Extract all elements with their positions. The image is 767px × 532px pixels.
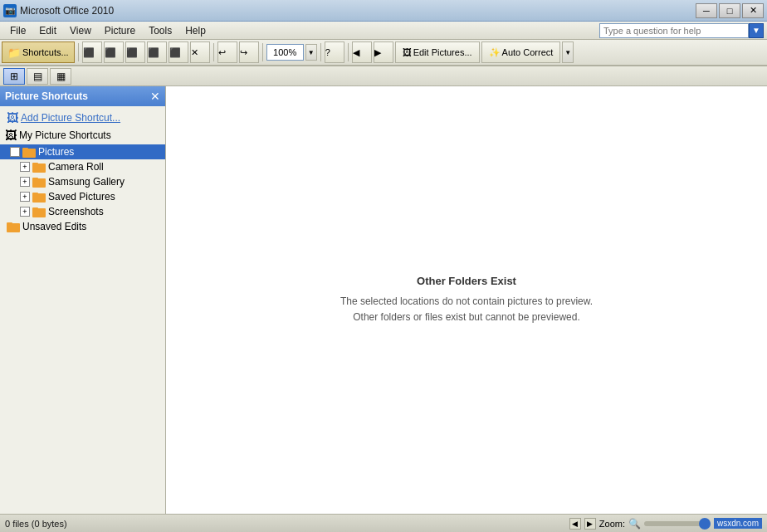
add-icon: 🖼 xyxy=(7,111,18,124)
tree-label-unsaved-edits: Unsaved Edits xyxy=(22,221,86,232)
help-arrow[interactable]: ▼ xyxy=(749,23,764,38)
shortcuts-button[interactable]: 📁 Shortcuts... xyxy=(2,41,75,63)
toolbar-separator-3 xyxy=(262,43,263,61)
menu-edit[interactable]: Edit xyxy=(32,23,63,38)
tree-label-pictures: Pictures xyxy=(38,146,74,158)
title-bar-left: 📷 Microsoft Office 2010 xyxy=(3,4,114,17)
view-filmstrip-button[interactable]: ▤ xyxy=(27,68,48,85)
edit-pictures-icon: 🖼 xyxy=(403,47,412,57)
other-folders-line1: The selected locations do not contain pi… xyxy=(340,295,593,307)
tree-item-pictures[interactable]: − Pictures xyxy=(0,144,165,159)
tree-item-camera-roll[interactable]: + Camera Roll xyxy=(0,159,165,174)
nav-prev[interactable]: ◀ xyxy=(569,518,581,530)
add-shortcut-item[interactable]: 🖼 Add Picture Shortcut... xyxy=(0,110,165,126)
expand-pictures[interactable]: − xyxy=(10,147,20,157)
svg-rect-7 xyxy=(32,193,38,195)
menu-bar: File Edit View Picture Tools Help ▼ xyxy=(0,22,767,40)
menu-picture[interactable]: Picture xyxy=(98,23,142,38)
undo-button[interactable]: ↩ xyxy=(217,41,237,63)
expand-saved-pictures[interactable]: + xyxy=(20,192,30,202)
toolbar: 📁 Shortcuts... ⬛ ⬛ ⬛ ⬛ ⬛ ✕ ↩ ↪ ▼ ? ◀ ▶ 🖼… xyxy=(0,40,767,66)
tb-icon-btn-8[interactable]: ▶ xyxy=(374,41,393,63)
shortcuts-icon: 📁 xyxy=(7,46,21,59)
folder-icon-camera-roll xyxy=(32,161,46,173)
folder-icon-screenshots xyxy=(32,206,46,217)
tb-icon-btn-2[interactable]: ⬛ xyxy=(104,41,124,63)
toolbar-separator-2 xyxy=(213,43,214,61)
help-button[interactable]: ? xyxy=(325,41,344,63)
toolbar-separator-5 xyxy=(348,43,349,61)
tb-icon-btn-1[interactable]: ⬛ xyxy=(82,41,102,63)
nav-next[interactable]: ▶ xyxy=(584,518,596,530)
tree-label-samsung-gallery: Samsung Gallery xyxy=(48,176,125,188)
toolbar-separator-1 xyxy=(78,43,79,61)
auto-correct-button[interactable]: ✨ Auto Correct xyxy=(481,41,561,63)
add-shortcut-link[interactable]: Add Picture Shortcut... xyxy=(21,112,120,124)
tree-item-screenshots[interactable]: + Screenshots xyxy=(0,204,165,219)
sidebar-close-button[interactable]: ✕ xyxy=(150,90,160,103)
other-folders-line2: Other folders or files exist but cannot … xyxy=(353,311,579,323)
my-shortcuts-label: My Picture Shortcuts xyxy=(19,129,111,141)
tb-icon-btn-7[interactable]: ◀ xyxy=(352,41,372,63)
close-button[interactable]: ✕ xyxy=(742,3,764,18)
tb-icon-btn-4[interactable]: ⬛ xyxy=(147,41,167,63)
menu-tools[interactable]: Tools xyxy=(142,23,178,38)
status-bar: 0 files (0 bytes) ◀ ▶ Zoom: 🔍 wsxdn.com xyxy=(0,514,767,532)
my-shortcuts-item[interactable]: 🖼 My Picture Shortcuts xyxy=(0,126,165,144)
tree-item-saved-pictures[interactable]: + Saved Pictures xyxy=(0,189,165,204)
content-area: Other Folders Exist The selected locatio… xyxy=(166,86,767,514)
tree-label-camera-roll: Camera Roll xyxy=(48,161,104,173)
status-right: ◀ ▶ Zoom: 🔍 wsxdn.com xyxy=(569,518,762,530)
zoom-input[interactable] xyxy=(266,44,304,61)
help-box: ▼ xyxy=(599,23,764,38)
tree-label-screenshots: Screenshots xyxy=(48,206,104,217)
maximize-button[interactable]: □ xyxy=(719,3,740,18)
main-area: Picture Shortcuts ✕ 🖼 Add Picture Shortc… xyxy=(0,86,767,514)
folder-icon-saved-pictures xyxy=(32,191,46,203)
tb-icon-btn-3[interactable]: ⬛ xyxy=(125,41,145,63)
menu-view[interactable]: View xyxy=(63,23,98,38)
folder-icon-unsaved xyxy=(7,221,20,232)
app-icon: 📷 xyxy=(3,4,17,17)
wsxdn-badge: wsxdn.com xyxy=(714,518,762,529)
tree-item-unsaved-edits[interactable]: Unsaved Edits xyxy=(0,219,165,234)
tb-icon-btn-5[interactable]: ⬛ xyxy=(169,41,188,63)
svg-rect-3 xyxy=(32,163,38,165)
title-bar: 📷 Microsoft Office 2010 ─ □ ✕ xyxy=(0,0,767,22)
menu-file[interactable]: File xyxy=(3,23,32,38)
zoom-dropdown[interactable]: ▼ xyxy=(305,44,317,61)
view-thumbnails-button[interactable]: ⊞ xyxy=(3,68,25,85)
other-folders-title: Other Folders Exist xyxy=(417,275,516,287)
view-toolbar: ⊞ ▤ ▦ xyxy=(0,66,767,86)
zoom-slider[interactable] xyxy=(644,521,711,526)
sidebar-title: Picture Shortcuts xyxy=(5,90,88,102)
auto-correct-label: Auto Correct xyxy=(502,47,554,57)
sidebar: Picture Shortcuts ✕ 🖼 Add Picture Shortc… xyxy=(0,86,166,514)
menu-help[interactable]: Help xyxy=(178,23,213,38)
expand-samsung-gallery[interactable]: + xyxy=(20,177,30,187)
minimize-button[interactable]: ─ xyxy=(696,3,717,18)
toolbar-separator-4 xyxy=(320,43,321,61)
svg-rect-5 xyxy=(32,178,38,180)
tb-icon-btn-6[interactable]: ✕ xyxy=(190,41,210,63)
view-single-button[interactable]: ▦ xyxy=(50,68,71,85)
edit-pictures-label: Edit Pictures... xyxy=(413,47,472,57)
tree-label-saved-pictures: Saved Pictures xyxy=(48,191,115,203)
zoom-out-icon[interactable]: 🔍 xyxy=(628,518,641,530)
expand-camera-roll[interactable]: + xyxy=(20,162,30,172)
redo-button[interactable]: ↪ xyxy=(239,41,259,63)
edit-pictures-button[interactable]: 🖼 Edit Pictures... xyxy=(395,41,480,63)
zoom-label: Zoom: xyxy=(599,519,625,529)
folder-icon-pictures xyxy=(22,146,36,158)
zoom-thumb[interactable] xyxy=(699,518,711,530)
tree-item-samsung-gallery[interactable]: + Samsung Gallery xyxy=(0,174,165,189)
toolbar-end-button[interactable]: ▼ xyxy=(562,41,574,63)
my-shortcuts-icon: 🖼 xyxy=(5,129,17,142)
sidebar-header: Picture Shortcuts ✕ xyxy=(0,86,165,106)
expand-screenshots[interactable]: + xyxy=(20,207,30,217)
help-input[interactable] xyxy=(599,23,749,38)
folder-icon-samsung-gallery xyxy=(32,176,46,188)
other-folders-description: The selected locations do not contain pi… xyxy=(340,294,593,325)
svg-rect-11 xyxy=(7,222,12,225)
svg-rect-9 xyxy=(32,207,38,210)
